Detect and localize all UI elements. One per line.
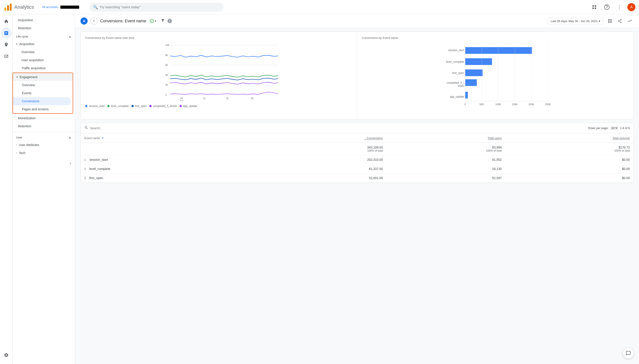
apps-icon-button[interactable] (590, 3, 599, 12)
table-search-icon (84, 126, 88, 130)
help-icon-button[interactable]: ? (602, 3, 611, 12)
table-search-input[interactable] (90, 126, 135, 130)
ga-logo-icon (4, 3, 13, 12)
line-chart-svg: 10K 8K 6K 4K 2K 0 (85, 43, 353, 101)
topbar: Analytics All accounts › Demo Account 🔍 … (0, 0, 639, 14)
nav-advertising-button[interactable] (1, 51, 12, 62)
legend-label-completed-5-levels: completed_5_levels (153, 104, 177, 108)
sidebar-item-acquisition-top[interactable]: Acquisition (13, 16, 73, 24)
tech-group-header[interactable]: › Tech (13, 149, 75, 157)
engagement-chevron-icon: ▾ (17, 76, 18, 78)
sidebar-item-overview-eng[interactable]: Overview (13, 81, 71, 89)
add-comparison-button[interactable]: + (90, 18, 97, 24)
collapse-sidebar-button[interactable]: ‹ (70, 160, 71, 166)
tech-label: Tech (19, 151, 26, 155)
date-selector[interactable]: Last 28 days May 30 - Jun 26, 2023 ▾ (548, 18, 603, 24)
row1-conversions: 202,410.00 (253, 155, 386, 164)
nav-home-button[interactable] (1, 16, 12, 27)
svg-text:100K: 100K (496, 103, 501, 106)
sidebar-item-conversions[interactable]: Conversions (13, 97, 71, 105)
row1-users: 81,552 (386, 155, 505, 164)
sidebar-item-overview-acq[interactable]: Overview (13, 48, 73, 56)
svg-text:0: 0 (464, 103, 466, 106)
sidebar-item-traffic-acquisition[interactable]: Traffic acquisition (13, 64, 73, 72)
nav-explore-button[interactable] (1, 39, 12, 50)
user-attributes-label: User Attributes (19, 143, 39, 147)
col-header-total-users[interactable]: Total users (386, 133, 505, 143)
sidebar-item-monetization[interactable]: Monetization (13, 114, 73, 122)
acquisition-group-header[interactable]: ▾ Acquisition (13, 40, 75, 48)
charts-area: Conversions by Event name over time 10K … (81, 32, 634, 119)
sidebar-item-pages-screens[interactable]: Pages and screens (13, 105, 71, 113)
svg-rect-4 (595, 5, 596, 6)
overview-eng-label: Overview (22, 83, 35, 87)
svg-text:session_start: session_start (448, 49, 464, 52)
sidebar-item-events[interactable]: Events (13, 89, 71, 97)
engagement-group-label: Engagement (20, 75, 37, 79)
breadcrumb-separator: › (59, 5, 60, 9)
sidebar-item-retention[interactable]: Retention (13, 122, 73, 130)
bar-session-start (465, 47, 532, 54)
user-section-header[interactable]: User ▲ (13, 134, 75, 141)
row1-event-link[interactable]: session_start (89, 158, 108, 162)
search-bar[interactable]: 🔍 (89, 3, 224, 12)
table-toolbar: Rows per page: 10 25 50 1-6 of 6 (81, 123, 633, 133)
sidebar-item-user-acquisition[interactable]: User acquisition (13, 56, 73, 64)
col-header-total-revenue[interactable]: Total revenue (505, 133, 633, 143)
rows-per-page-label: Rows per page: (588, 126, 609, 130)
line-chart-title: Conversions by Event name over time (85, 36, 353, 40)
rows-per-page-select[interactable]: 10 25 50 (610, 126, 618, 130)
line-chart-legend: session_start level_complete first_open (85, 104, 353, 108)
svg-text:25: 25 (251, 97, 254, 100)
filter-info-icon[interactable]: i (167, 19, 172, 23)
add-column-button[interactable]: + (102, 136, 104, 140)
line-chart-container: 10K 8K 6K 4K 2K 0 (85, 43, 353, 114)
retention-label: Retention (18, 124, 31, 128)
svg-rect-6 (595, 7, 596, 9)
col-header-conversions[interactable]: ↓ Conversions (253, 133, 386, 143)
user-attributes-group-header[interactable]: › User Attributes (13, 141, 75, 149)
main-content: A + Conversions: Event name ▾ i Last 28 … (75, 14, 639, 364)
svg-rect-3 (592, 5, 594, 6)
bar-app-update (465, 92, 468, 98)
nav-settings-button[interactable] (1, 350, 12, 360)
nav-bottom (1, 350, 12, 364)
total-conversions: 343,109.00 100% of total (253, 143, 386, 155)
status-chevron-icon[interactable]: ▾ (155, 19, 156, 23)
row2-event-link[interactable]: level_complete (89, 167, 110, 170)
search-input[interactable] (100, 5, 220, 9)
main-layout: Acquisition Retention Life cycle ▲ ▾ Acq… (0, 14, 639, 364)
engagement-group-header[interactable]: ▾ Engagement (13, 73, 73, 81)
legend-app-update: app_update (179, 104, 197, 108)
breadcrumb-all-accounts[interactable]: All accounts (42, 5, 58, 9)
svg-text:250K: 250K (545, 103, 551, 106)
share-button[interactable] (616, 17, 624, 25)
checkmark-icon (150, 19, 154, 23)
svg-text:6K: 6K (165, 64, 168, 66)
legend-dot-first-open (131, 105, 134, 107)
svg-text:50K: 50K (480, 103, 484, 106)
user-attributes-chevron-icon: › (16, 143, 17, 146)
svg-text:04: 04 (180, 97, 183, 100)
row3-event-link[interactable]: first_open (89, 176, 103, 180)
sidebar-label-retention-top: Retention (18, 26, 31, 30)
sidebar-item-retention-top[interactable]: Retention (13, 24, 73, 32)
page-info: 1-6 of 6 (620, 126, 630, 130)
total-revenue: $170.72 100% of total (505, 143, 633, 155)
chat-widget-button[interactable] (623, 348, 634, 359)
legend-label-first-open: first_open (135, 104, 147, 108)
svg-text:2K: 2K (165, 84, 168, 86)
bar-level-complete (465, 58, 492, 65)
svg-text:200K: 200K (529, 103, 534, 106)
edit-table-button[interactable] (606, 17, 614, 25)
row1-revenue: $0.00 (505, 155, 633, 164)
more-options-icon-button[interactable]: ⋮ (615, 3, 624, 12)
bar-chart-panel: Conversions by Event name session_start … (357, 32, 633, 119)
more-icon: ⋮ (617, 4, 622, 10)
table-row: 2 level_complete 81,337.00 18,130 $0.00 (81, 164, 633, 174)
lifecycle-section-header[interactable]: Life cycle ▲ (13, 33, 75, 40)
user-avatar[interactable]: A (627, 3, 635, 11)
svg-text:app_update: app_update (450, 95, 464, 98)
trending-button[interactable] (625, 17, 634, 25)
nav-reports-button[interactable] (1, 28, 12, 38)
